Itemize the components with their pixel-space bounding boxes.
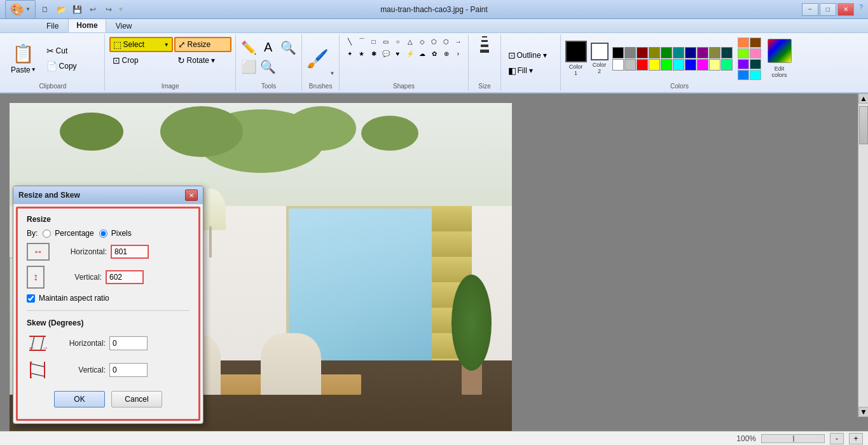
swatch-mint[interactable]: [721, 59, 733, 71]
swatch-yellowgreen[interactable]: [738, 48, 749, 58]
swatch-cornflower[interactable]: [738, 70, 749, 80]
swatch-red[interactable]: [637, 59, 648, 71]
zoom-slider[interactable]: [761, 434, 825, 443]
help-icon[interactable]: ?: [859, 3, 863, 16]
shape-star6[interactable]: ✱: [368, 48, 380, 59]
size-4[interactable]: [480, 50, 489, 53]
tab-view[interactable]: View: [107, 19, 141, 32]
shape-triangle[interactable]: △: [404, 36, 416, 47]
shape-custom2[interactable]: ⊕: [441, 48, 452, 59]
shape-diamond[interactable]: ◇: [417, 36, 428, 47]
swatch-gray[interactable]: [624, 47, 636, 58]
swatch-darkteal[interactable]: [721, 47, 733, 58]
pixels-radio-label[interactable]: Pixels: [99, 229, 132, 238]
swatch-lime[interactable]: [661, 59, 672, 71]
percentage-radio-label[interactable]: Percentage: [43, 229, 93, 238]
color1-swatch[interactable]: [565, 41, 587, 62]
swatch-olive[interactable]: [649, 47, 660, 58]
shape-lightning[interactable]: ⚡: [404, 48, 416, 59]
select-btn[interactable]: ⬚ Select ▼: [109, 37, 173, 52]
shape-ellipse[interactable]: ○: [392, 36, 404, 47]
skew-vertical-input[interactable]: [109, 363, 148, 377]
swatch-black[interactable]: [612, 47, 624, 58]
pixels-radio[interactable]: [99, 229, 107, 238]
swatch-purple[interactable]: [697, 47, 708, 58]
percentage-radio[interactable]: [43, 229, 51, 238]
minimize-btn[interactable]: −: [802, 3, 818, 16]
save-btn[interactable]: 💾: [70, 4, 84, 15]
swatch-magenta[interactable]: [697, 59, 708, 71]
shape-arrow[interactable]: →: [453, 36, 464, 47]
maximize-btn[interactable]: □: [820, 3, 836, 16]
shape-custom1[interactable]: ✿: [429, 48, 440, 59]
scroll-down-btn[interactable]: ▼: [858, 407, 868, 417]
swatch-darkerteal[interactable]: [750, 59, 761, 69]
swatch-silver[interactable]: [624, 59, 636, 71]
shape-rect[interactable]: □: [368, 36, 380, 47]
cancel-btn[interactable]: Cancel: [111, 391, 162, 407]
eraser-tool[interactable]: ⬜: [240, 59, 258, 77]
shape-star5[interactable]: ★: [356, 48, 368, 59]
swatch-cyan[interactable]: [673, 59, 684, 71]
shape-hexagon[interactable]: ⬡: [441, 36, 452, 47]
redo-btn[interactable]: ↪: [102, 4, 116, 15]
swatch-darkblue[interactable]: [685, 47, 696, 58]
size-2[interactable]: [481, 40, 488, 42]
maintain-aspect-label[interactable]: Maintain aspect ratio: [39, 294, 109, 303]
paste-btn[interactable]: 📋 Paste ▼: [5, 36, 42, 81]
swatch-darkyellow[interactable]: [709, 47, 720, 58]
swatch-white[interactable]: [612, 59, 624, 71]
color2-swatch[interactable]: [591, 43, 609, 60]
swatch-darkred[interactable]: [637, 47, 648, 58]
shape-line[interactable]: ╲: [344, 36, 355, 47]
text-tool[interactable]: A: [259, 40, 277, 58]
maintain-aspect-checkbox[interactable]: [27, 294, 35, 303]
swatch-brown[interactable]: [750, 38, 761, 48]
swatch-teal[interactable]: [673, 47, 684, 58]
brushes-btn[interactable]: 🖌️: [307, 48, 329, 69]
outline-btn[interactable]: ⊡ Outline ▾: [506, 49, 556, 62]
dialog-close-btn[interactable]: ✕: [185, 189, 198, 201]
tab-file[interactable]: File: [38, 19, 67, 32]
skew-horizontal-input[interactable]: [109, 336, 148, 350]
shape-curve[interactable]: ⌒: [356, 36, 368, 47]
swatch-violet[interactable]: [738, 59, 749, 69]
shape-callout[interactable]: 💬: [380, 48, 392, 59]
size-1[interactable]: [482, 36, 487, 38]
zoom-in-btn[interactable]: +: [849, 433, 863, 444]
ok-btn[interactable]: OK: [54, 391, 105, 407]
copy-btn[interactable]: 📄 Copy: [43, 59, 100, 73]
shape-cloud[interactable]: ☁: [417, 48, 428, 59]
edit-colors-swatch[interactable]: [768, 39, 792, 63]
shape-heart[interactable]: ♥: [392, 48, 404, 59]
zoom-out-btn[interactable]: -: [830, 433, 844, 444]
close-btn[interactable]: ✕: [837, 3, 854, 16]
horizontal-input[interactable]: [111, 245, 149, 259]
shape-chevron[interactable]: ›: [453, 48, 464, 59]
swatch-lightyellow[interactable]: [709, 59, 720, 71]
swatch-blue[interactable]: [685, 59, 696, 71]
fill-btn[interactable]: ◧ Fill ▾: [506, 64, 556, 77]
paint-menu-btn[interactable]: 🎨 ▼: [5, 0, 36, 19]
swatch-yellow[interactable]: [649, 59, 660, 71]
shape-star4[interactable]: ✦: [344, 48, 355, 59]
zoom-tool[interactable]: 🔍: [280, 40, 298, 58]
rotate-btn[interactable]: ↻ Rotate ▾: [174, 53, 231, 67]
crop-btn[interactable]: ⊡ Crop: [109, 53, 173, 67]
undo-btn[interactable]: ↩: [86, 4, 100, 15]
tab-home[interactable]: Home: [68, 18, 106, 32]
swatch-orange[interactable]: [738, 38, 749, 48]
new-btn[interactable]: 🗋: [38, 4, 52, 15]
swatch-darkgreen[interactable]: [661, 47, 672, 58]
cut-btn[interactable]: ✂ Cut: [43, 44, 100, 58]
pencil-tool[interactable]: ✏️: [240, 40, 258, 58]
swatch-pink[interactable]: [750, 48, 761, 58]
open-btn[interactable]: 📂: [54, 4, 68, 15]
resize-btn[interactable]: ⤢ Resize: [174, 37, 231, 52]
swatch-aqua[interactable]: [750, 70, 761, 80]
scrollbar-vertical[interactable]: ▲ ▼: [858, 93, 868, 417]
vertical-input[interactable]: [106, 270, 144, 284]
scroll-up-btn[interactable]: ▲: [858, 93, 868, 104]
size-3[interactable]: [481, 44, 488, 47]
fill-tool[interactable]: 🔍: [259, 59, 277, 77]
